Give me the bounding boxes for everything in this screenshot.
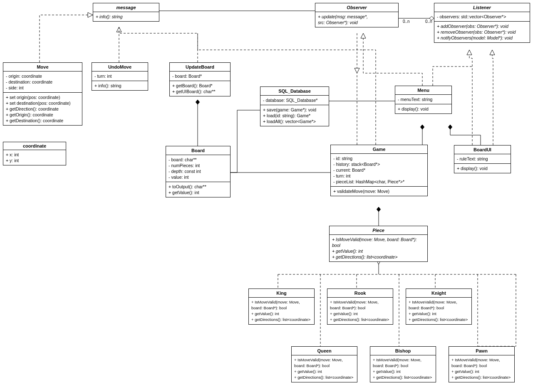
methods: + display(): void — [395, 104, 451, 113]
class-title: Move — [3, 63, 82, 71]
mult-observer: 0..n — [403, 19, 410, 24]
methods: + IsMoveValid(move: Move, board: Board*)… — [449, 355, 514, 382]
class-title: Board — [166, 146, 230, 155]
methods: + info(): string — [93, 12, 159, 21]
class-king: King + IsMoveValid(move: Move, board: Bo… — [248, 288, 315, 325]
class-boardui: BoardUI - ruleText: string + display(): … — [454, 145, 511, 173]
class-queen: Queen + IsMoveValid(move: Move, board: B… — [291, 346, 357, 382]
class-title: Pawn — [449, 347, 514, 355]
class-updateboard: UpdateBoard - board: Board* + getBoard()… — [169, 62, 231, 96]
class-menu: Menu - menuText: string + display(): voi… — [395, 86, 452, 114]
class-pawn: Pawn + IsMoveValid(move: Move, board: Bo… — [449, 346, 515, 382]
class-title: Listener — [434, 3, 530, 12]
methods: + getBoard(): Board* + getUIBoard(): cha… — [170, 81, 230, 96]
methods: + IsMoveValid(move: Move, board: Board*)… — [327, 298, 393, 324]
class-message: message + info(): string — [93, 3, 159, 22]
methods: + IsMoveValid(move: Move, board: Board*)… — [370, 355, 436, 382]
struct-coordinate: coordinate + x: int + y: int — [3, 142, 66, 165]
class-rook: Rook + IsMoveValid(move: Move, board: Bo… — [327, 288, 393, 325]
attrs: - database: SQL_Database* — [260, 96, 329, 105]
methods: + save(game: Game*): void + load(id: str… — [260, 105, 329, 126]
class-title: coordinate — [3, 142, 66, 150]
mult-listener: 0..n — [425, 19, 432, 24]
methods: + IsMoveValid(move: Move, board: Board*)… — [249, 298, 314, 324]
methods: + validateMove(move: Move) — [331, 187, 427, 196]
class-title: Rook — [327, 289, 393, 298]
attrs: - board: Board* — [170, 71, 230, 81]
class-knight: Knight + IsMoveValid(move: Move, board: … — [406, 288, 472, 325]
methods: + IsMoveValid(move: Move, board: Board*)… — [292, 355, 357, 382]
class-title: Knight — [406, 289, 471, 298]
class-title: Piece — [330, 226, 427, 235]
class-observer: Observer + update(msg: message*, src: Ob… — [315, 3, 399, 27]
class-title: message — [93, 3, 159, 12]
class-game: Game - id: string - history: stack<Board… — [330, 145, 428, 196]
class-title: SQL_Database — [260, 87, 329, 96]
class-title: King — [249, 289, 314, 298]
methods: + set origin(pos: coordinate) + set dest… — [3, 93, 82, 125]
methods: + IsMoveValid(move: Move, board: Board*)… — [406, 298, 471, 324]
attrs: - ruleText: string — [454, 154, 511, 164]
methods: + display(): void — [454, 164, 511, 173]
attrs: - turn: int — [92, 71, 148, 81]
class-title: UndoMove — [92, 63, 148, 71]
class-title: Queen — [292, 347, 357, 355]
class-listener: Listener - observers: std::vector<Observ… — [434, 3, 530, 43]
attrs: - board: char** - numPieces: int - depth… — [166, 155, 230, 182]
class-piece: Piece + IsMoveValid(move: Move, board: B… — [329, 226, 428, 262]
attrs: - id: string - history: stack<Board*> - … — [331, 154, 427, 187]
class-undomove: UndoMove - turn: int + info(): string — [92, 62, 148, 91]
class-board: Board - board: char** - numPieces: int -… — [166, 146, 231, 197]
class-sqldatabase: SQL_Database - database: SQL_Database* +… — [260, 86, 329, 126]
attrs: - origin: coordinate - destination: coor… — [3, 71, 82, 93]
class-title: Menu — [395, 86, 451, 95]
connectors — [0, 0, 533, 392]
class-title: BoardUI — [454, 145, 511, 154]
methods: + info(): string — [92, 81, 148, 90]
class-title: Bishop — [370, 347, 436, 355]
class-title: Game — [331, 145, 427, 154]
class-title: UpdateBoard — [170, 63, 230, 71]
methods: + update(msg: message*, src: Observer*):… — [315, 12, 398, 27]
class-title: Observer — [315, 3, 398, 12]
class-bishop: Bishop + IsMoveValid(move: Move, board: … — [370, 346, 436, 382]
attrs: - observers: std::vector<Observer*> — [434, 12, 530, 22]
attrs: - menuText: string — [395, 95, 451, 104]
class-move: Move - origin: coordinate - destination:… — [3, 62, 82, 126]
methods: + IsMoveValid(move: Move, board: Board*)… — [330, 235, 427, 261]
methods: + x: int + y: int — [3, 150, 66, 165]
methods: + addObserver(obs: Observer*): void + re… — [434, 22, 530, 42]
methods: + toOutput(): char** + getValue(): int — [166, 182, 230, 197]
